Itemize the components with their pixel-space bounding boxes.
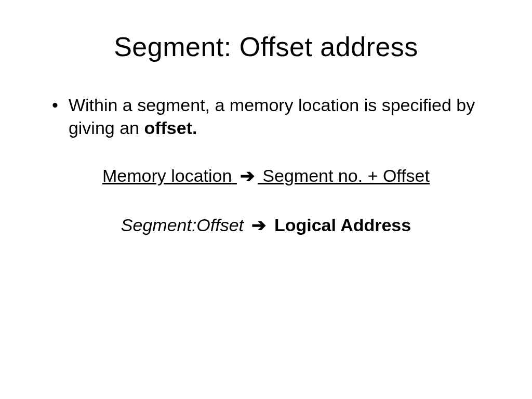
formula1-part1: Memory location [102, 166, 232, 185]
arrow-icon: ➔ [240, 165, 255, 186]
bullet-text: Within a segment, a memory location is s… [69, 94, 485, 139]
bullet-marker: • [52, 94, 58, 116]
bullet-item: • Within a segment, a memory location is… [47, 94, 485, 139]
bullet-text-normal: Within a segment, a memory location is s… [69, 95, 475, 138]
formula-logical-address: Segment:Offset ➔ Logical Address [47, 215, 485, 235]
formula-memory-location: Memory location ➔ Segment no. + Offset [47, 165, 485, 186]
slide-title: Segment: Offset address [47, 31, 485, 62]
formula1-part2: Segment no. + Offset [258, 166, 430, 185]
formula1-underline: Memory location ➔ Segment no. + Offset [102, 166, 430, 185]
formula2-bold: Logical Address [269, 215, 411, 235]
arrow-icon: ➔ [251, 215, 266, 235]
slide-content: • Within a segment, a memory location is… [47, 94, 485, 235]
bullet-text-bold: offset. [144, 118, 197, 138]
formula2-italic: Segment:Offset [121, 215, 249, 235]
